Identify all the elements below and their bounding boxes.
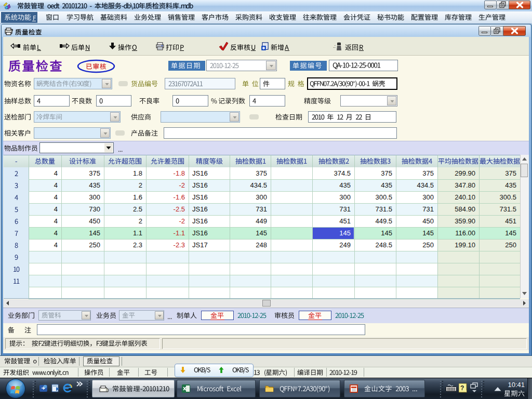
svg-text:?: ?	[460, 384, 464, 392]
svg-text:.:: .:	[333, 44, 336, 49]
